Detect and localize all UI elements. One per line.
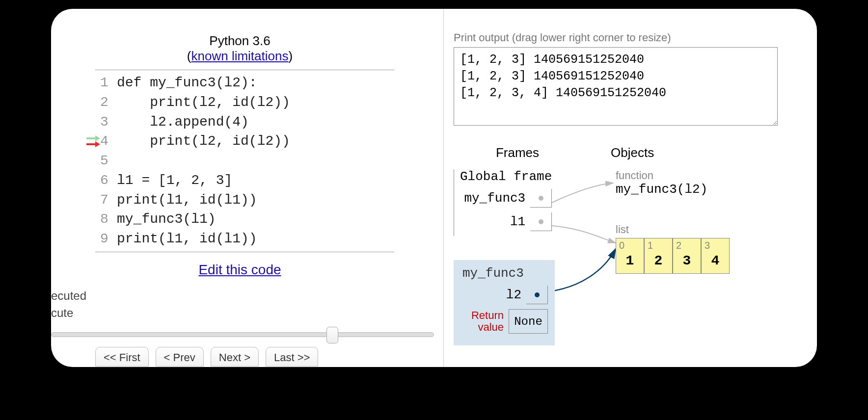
code-line: 5	[81, 151, 429, 171]
global-frame: Global frame my_func3l1	[454, 169, 552, 236]
code-text: print(l2, id(l2))	[117, 131, 290, 151]
edit-code-link[interactable]: Edit this code	[198, 262, 281, 277]
visualization-pane: Print output (drag lower right corner to…	[444, 9, 817, 367]
step-slider-track[interactable]	[51, 332, 434, 337]
divider	[95, 252, 394, 252]
list-value: 1	[616, 251, 644, 273]
step-slider-wrap	[51, 332, 429, 337]
list-index: 3	[702, 238, 729, 251]
frame-var-row: l2	[458, 286, 548, 304]
first-button[interactable]: << First	[95, 347, 149, 367]
list-value: 2	[645, 251, 672, 273]
python-version: Python 3.6	[51, 33, 429, 49]
code-line: 7print(l1, id(l1))	[81, 190, 429, 210]
return-row: Returnvalue None	[458, 309, 548, 334]
list-cell: 12	[644, 238, 673, 274]
next-button[interactable]: Next >	[211, 347, 259, 367]
object-function: function my_func3(l2)	[616, 169, 707, 197]
code-text: l1 = [1, 2, 3]	[117, 171, 232, 190]
next-line-arrow-icon	[86, 135, 100, 141]
list-value: 3	[673, 251, 701, 273]
code-text: print(l2, id(l2))	[117, 93, 290, 112]
code-text: my_func3(l1)	[117, 210, 216, 229]
list-table: 01122334	[616, 238, 730, 274]
code-line: 4 print(l2, id(l2))	[81, 131, 429, 151]
list-value: 4	[702, 251, 729, 273]
last-button[interactable]: Last >>	[266, 347, 318, 367]
list-index: 1	[645, 238, 672, 251]
objects-header: Objects	[581, 145, 797, 160]
code-text: print(l1, id(l1))	[117, 229, 257, 249]
code-line: 8my_func3(l1)	[81, 210, 429, 229]
var-pointer-cell	[530, 212, 552, 231]
pointer-dot-icon	[539, 219, 543, 224]
object-function-label: function	[616, 169, 707, 182]
pointer-dot-icon	[539, 196, 543, 201]
visualizer-card: Python 3.6 (known limitations) 1def my_f…	[51, 9, 817, 367]
code-block: 1def my_func3(l2):2 print(l2, id(l2))3 l…	[51, 73, 429, 249]
line-number: 9	[100, 229, 117, 249]
line-number: 2	[100, 93, 117, 112]
pointer-dot-icon	[535, 292, 540, 297]
code-text: l2.append(4)	[117, 112, 249, 132]
var-pointer-cell	[530, 189, 552, 208]
code-text: print(l1, id(l1))	[117, 190, 257, 210]
var-name: my_func3	[461, 191, 525, 206]
code-line: 2 print(l2, id(l2))	[81, 93, 429, 112]
frames-header: Frames	[454, 145, 581, 160]
python-version-header: Python 3.6 (known limitations)	[51, 33, 429, 67]
object-function-text: my_func3(l2)	[616, 182, 707, 197]
known-limitations-link[interactable]: known limitations	[191, 49, 289, 63]
line-number: 4	[100, 131, 117, 151]
function-frame-title: my_func3	[462, 266, 548, 281]
list-cell: 01	[616, 238, 644, 274]
list-cell: 34	[701, 238, 730, 274]
frame-var-row: my_func3	[460, 189, 552, 208]
nav-buttons: << First < Prev Next > Last >>	[51, 347, 429, 367]
var-name: l1	[461, 214, 525, 229]
line-number: 1	[100, 73, 117, 93]
function-frame: my_func3 l2 Returnvalue None	[454, 260, 555, 345]
output-label: Print output (drag lower right corner to…	[454, 31, 797, 44]
line-number: 5	[100, 151, 117, 171]
code-text: def my_func3(l2):	[117, 73, 257, 93]
divider	[95, 70, 394, 70]
code-pane: Python 3.6 (known limitations) 1def my_f…	[51, 9, 444, 367]
prev-button[interactable]: < Prev	[156, 347, 204, 367]
limitations-wrap: (known limitations)	[51, 49, 429, 64]
list-index: 0	[616, 238, 644, 251]
line-number: 7	[100, 190, 117, 210]
line-number: 6	[100, 171, 117, 190]
return-label: Returnvalue	[460, 310, 504, 333]
viz-headers: Frames Objects	[454, 145, 797, 160]
global-frame-title: Global frame	[460, 169, 552, 184]
var-pointer-cell	[526, 286, 548, 304]
object-list: list 01122334	[616, 223, 730, 274]
code-line: 9print(l1, id(l1))	[81, 229, 429, 249]
list-index: 2	[673, 238, 701, 251]
line-number: 3	[100, 112, 117, 132]
exec-status: ecuted cute	[51, 288, 429, 322]
step-slider-handle[interactable]	[326, 327, 338, 343]
object-list-label: list	[616, 223, 730, 236]
list-cell: 23	[673, 238, 701, 274]
var-name: l2	[458, 288, 521, 302]
frame-var-row: l1	[460, 212, 552, 231]
line-number: 8	[100, 210, 117, 229]
viz-area: Global frame my_func3l1 my_func3 l2 Retu…	[454, 169, 797, 356]
code-line: 6l1 = [1, 2, 3]	[81, 171, 429, 190]
current-line-arrow-icon	[86, 141, 100, 147]
code-line: 1def my_func3(l2):	[81, 73, 429, 93]
edit-link-wrap: Edit this code	[51, 262, 429, 278]
print-output[interactable]: [1, 2, 3] 140569151252040 [1, 2, 3] 1405…	[454, 47, 778, 126]
return-value: None	[509, 309, 548, 334]
code-line: 3 l2.append(4)	[81, 112, 429, 132]
